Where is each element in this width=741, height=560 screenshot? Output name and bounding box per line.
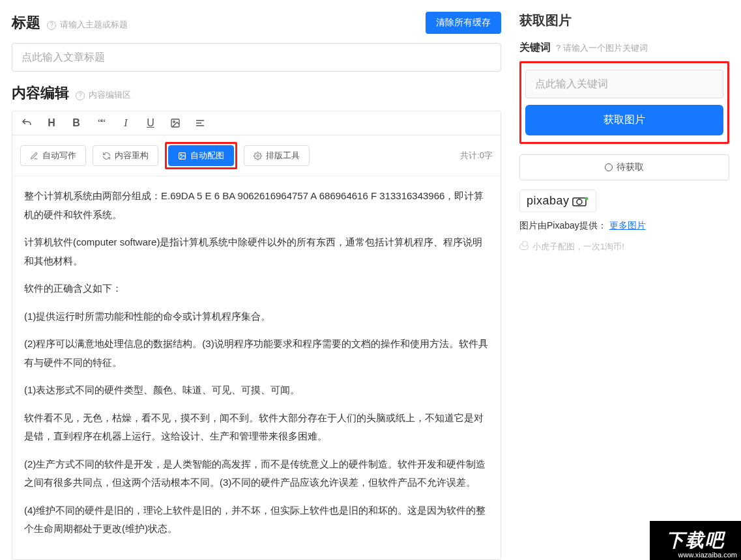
side-heading: 获取图片 (519, 12, 729, 29)
editor-hint: ? 内容编辑区 (76, 89, 131, 101)
help-icon: ? (556, 43, 560, 53)
align-icon[interactable] (194, 117, 207, 130)
word-counter: 共计:0字 (460, 150, 493, 161)
editor-paragraph: (1)表达形式不同的硬件类型、颜色、味道、可见、可摸、可闻。 (24, 381, 489, 400)
keyword-hint: ? 请输入一个图片关键词 (556, 42, 648, 54)
fetch-image-button[interactable]: 获取图片 (525, 105, 723, 135)
keyword-highlight-box: 获取图片 (519, 61, 729, 144)
editor-container: H B I U 自动写作 内容重构 (12, 111, 501, 560)
italic-icon[interactable]: I (119, 117, 132, 130)
fetch-status: 待获取 (519, 154, 729, 180)
camera-icon (572, 196, 589, 206)
status-circle-icon (605, 163, 613, 171)
auto-image-button[interactable]: 自动配图 (168, 145, 234, 166)
keyword-label-row: 关键词 ? 请输入一个图片关键词 (519, 41, 729, 55)
editor-paragraph: (1)提供运行时所需功能和性能的命令或计算机程序集合。 (24, 307, 489, 326)
svg-point-7 (257, 154, 259, 156)
svg-point-10 (585, 197, 588, 200)
title-section-header: 标题 ? 请输入主题或标题 清除所有缓存 (12, 12, 501, 34)
svg-point-6 (181, 154, 182, 155)
auto-write-button[interactable]: 自动写作 (20, 145, 86, 166)
svg-point-1 (173, 121, 175, 123)
help-icon: ? (76, 91, 85, 100)
main-column: 标题 ? 请输入主题或标题 清除所有缓存 内容编辑 ? 内容编辑区 (0, 0, 513, 560)
footer-note: 小虎子配图，一次1淘币! (519, 241, 729, 253)
clear-cache-button[interactable]: 清除所有缓存 (426, 12, 501, 34)
side-panel: 获取图片 关键词 ? 请输入一个图片关键词 获取图片 待获取 pixabay (513, 0, 741, 560)
editor-paragraph: 计算机软件(computer software)是指计算机系统中除硬件以外的所有… (24, 233, 489, 270)
action-toolbar: 自动写作 内容重构 自动配图 排版工具 共计:0字 (12, 135, 501, 176)
image-icon[interactable] (169, 117, 182, 130)
editor-paragraph: (2)生产方式不同的软件是开发，是人类智能的高发挥，而不是传统意义上的硬件制造。… (24, 455, 489, 492)
more-images-link[interactable]: 更多图片 (609, 220, 646, 231)
heading-icon[interactable]: H (45, 117, 58, 130)
editor-paragraph: 整个计算机系统由两部分组成：E.69DA 5 E 6 BA 9062616964… (24, 187, 489, 224)
provider-row: 图片由Pixabay提供： 更多图片 (519, 220, 729, 232)
editor-paragraph: 软件的正确含义如下： (24, 279, 489, 298)
layout-tool-button[interactable]: 排版工具 (244, 145, 310, 166)
editor-heading: 内容编辑 (12, 83, 69, 103)
editor-paragraph: (4)维护不同的硬件是旧的，理论上软件是旧的，并不坏，但实际上软件也是旧的和坏的… (24, 501, 489, 539)
quote-icon[interactable] (94, 117, 108, 130)
editor-content[interactable]: 整个计算机系统由两部分组成：E.69DA 5 E 6 BA 9062616964… (12, 176, 501, 559)
underline-icon[interactable]: U (144, 117, 157, 130)
help-icon: ? (47, 21, 56, 30)
auto-image-highlight: 自动配图 (165, 142, 237, 169)
title-heading: 标题 (12, 13, 40, 33)
keyword-label: 关键词 (519, 41, 551, 55)
restructure-button[interactable]: 内容重构 (93, 145, 158, 166)
cloud-icon (519, 244, 529, 250)
pixabay-badge: pixabay (519, 189, 596, 212)
article-title-input[interactable] (12, 43, 501, 72)
svg-point-9 (577, 199, 582, 204)
watermark-url: www.xiazaiba.com (678, 551, 737, 559)
editor-paragraph: (2)程序可以满意地处理信息的数据结构。(3)说明程序功能要求和程序需要的文档的… (24, 335, 489, 372)
bold-icon[interactable]: B (70, 117, 83, 130)
undo-icon[interactable] (20, 117, 33, 130)
title-hint: ? 请输入主题或标题 (47, 19, 128, 31)
editor-paragraph: 软件看不见，无色，枯燥，看不见，摸不到，闻不到。软件大部分存在于人们的头脑或纸上… (24, 409, 489, 446)
format-toolbar: H B I U (12, 111, 501, 135)
keyword-input[interactable] (525, 70, 723, 98)
watermark-logo: 下载吧 www.xiazaiba.com (650, 521, 741, 560)
